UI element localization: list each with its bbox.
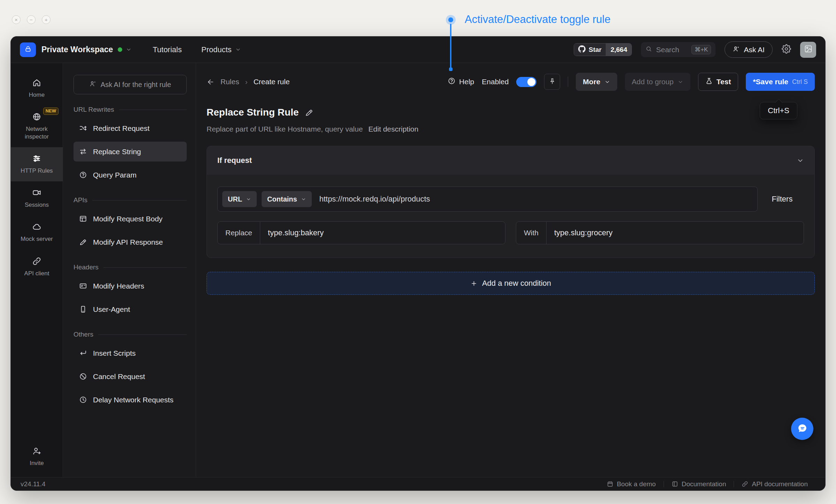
chevron-down-icon (301, 197, 306, 202)
chevron-down-icon (235, 47, 241, 53)
chat-support-button[interactable] (791, 418, 813, 440)
app-version: v24.11.4 (21, 480, 45, 488)
source-condition-row: URL Contains https: (217, 187, 758, 212)
new-badge: NEW (43, 108, 59, 115)
plus-icon (470, 280, 478, 287)
replace-input[interactable]: type.slug:bakery (260, 228, 331, 237)
rule-type-cancel-request[interactable]: Cancel Request (73, 367, 187, 386)
toggle-knob (527, 78, 535, 86)
breadcrumb-current: Create rule (254, 78, 290, 86)
back-arrow-icon[interactable] (207, 78, 215, 86)
sidebar-item-invite[interactable]: Invite (11, 440, 63, 474)
breadcrumb-rules[interactable]: Rules (220, 78, 239, 86)
section-url-rewrites: URL Rewrites (73, 106, 187, 113)
calendar-icon (607, 481, 613, 487)
source-url-input[interactable]: https://mock.redq.io/api/products (319, 195, 430, 204)
sidebar-item-mock-server[interactable]: Mock server (11, 215, 63, 250)
annotation-pointer-line (450, 24, 451, 69)
lock-icon (24, 45, 32, 54)
rule-type-query-param[interactable]: Query Param (73, 165, 187, 185)
edit-title-icon[interactable] (305, 108, 314, 117)
pencil-icon (79, 238, 87, 246)
breadcrumb-separator: › (245, 78, 248, 86)
ask-ai-rule-button[interactable]: Ask AI for the right rule (73, 75, 187, 94)
source-key-dropdown[interactable]: URL (222, 191, 257, 207)
sidebar-item-http-rules[interactable]: HTTP Rules (11, 147, 63, 181)
pin-rule-button[interactable] (544, 74, 560, 90)
sidebar-item-network-inspector[interactable]: NEW Network inspector (11, 105, 63, 147)
documentation-link[interactable]: Documentation (664, 480, 734, 488)
save-rule-button[interactable]: *Save rule Ctrl S (746, 73, 815, 91)
block-icon (79, 372, 87, 380)
rule-enabled-toggle[interactable] (516, 77, 536, 87)
book-a-demo-link[interactable]: Book a demo (599, 480, 664, 488)
nav-tutorials[interactable]: Tutorials (153, 45, 182, 54)
add-condition-button[interactable]: Add a new condition (207, 272, 815, 295)
rule-type-modify-request-body[interactable]: Modify Request Body (73, 209, 187, 229)
rule-type-delay-network-requests[interactable]: Delay Network Requests (73, 390, 187, 410)
search-input[interactable]: Search ⌘+K (641, 42, 715, 57)
question-circle-icon (79, 171, 87, 179)
app-window: Private Workspace Tutorials Products (10, 36, 826, 491)
chevron-down-icon (678, 79, 683, 85)
chevron-down-icon (246, 197, 251, 202)
rule-type-modify-headers[interactable]: Modify Headers (73, 276, 187, 296)
annotation-pointer-tip (449, 68, 452, 71)
avatar[interactable] (800, 42, 816, 58)
chevron-down-icon[interactable] (797, 157, 804, 164)
settings-button[interactable] (782, 44, 791, 55)
link-icon (32, 257, 41, 266)
api-documentation-link[interactable]: API documentation (734, 480, 815, 488)
rule-type-modify-api-response[interactable]: Modify API Response (73, 232, 187, 252)
ask-ai-button[interactable]: Ask AI (725, 41, 773, 58)
github-star-badge[interactable]: Star 2,664 (574, 43, 632, 56)
main-content: Rules › Create rule Help Enabled (196, 63, 825, 477)
sliders-icon (32, 154, 41, 163)
minimize-window-button[interactable]: − (27, 15, 36, 24)
condition-card-title: If request (217, 156, 252, 165)
condition-card-header[interactable]: If request (207, 146, 814, 175)
chevron-down-icon[interactable] (126, 47, 132, 53)
nav-products[interactable]: Products (201, 45, 241, 54)
with-input[interactable]: type.slug:grocery (547, 228, 620, 237)
test-rule-button[interactable]: Test (698, 73, 738, 91)
rule-type-replace-string[interactable]: Replace String (73, 142, 187, 162)
save-shortcut-hint: Ctrl S (792, 78, 808, 86)
operator-dropdown[interactable]: Contains (262, 191, 312, 207)
chat-bubble-icon (797, 423, 808, 435)
workspace-lock-button[interactable] (20, 42, 36, 57)
more-button[interactable]: More (576, 73, 617, 91)
chevron-down-icon (604, 79, 610, 85)
github-star-count: 2,664 (606, 44, 632, 56)
close-window-button[interactable]: × (12, 15, 21, 24)
edit-description-link[interactable]: Edit description (369, 125, 419, 133)
search-placeholder: Search (656, 46, 679, 54)
rule-types-sidebar: Ask AI for the right rule URL Rewrites R… (63, 63, 196, 477)
pin-icon (549, 78, 556, 86)
section-headers: Headers (73, 263, 187, 271)
ask-ai-icon (89, 80, 96, 89)
zoom-window-button[interactable]: + (42, 15, 51, 24)
rule-toolbar: Rules › Create rule Help Enabled (207, 72, 815, 92)
flask-icon (705, 77, 713, 86)
breadcrumb: Rules › Create rule (207, 78, 290, 86)
rule-type-user-agent[interactable]: User-Agent (73, 299, 187, 319)
with-label: With (516, 222, 547, 244)
workspace-name[interactable]: Private Workspace (41, 45, 113, 54)
sidebar-item-sessions[interactable]: Sessions (11, 181, 63, 215)
rule-type-redirect-request[interactable]: Redirect Request (73, 118, 187, 138)
toolbar-divider (568, 77, 568, 87)
replace-label: Replace (218, 222, 260, 244)
sidebar-item-home[interactable]: Home (11, 71, 63, 105)
swap-arrows-icon (79, 148, 87, 156)
condition-card: If request URL (207, 146, 815, 258)
camera-icon (32, 188, 41, 197)
add-to-group-button[interactable]: Add to group (625, 73, 690, 91)
sidebar-item-api-client[interactable]: API client (11, 250, 63, 284)
window-controls: × − + (12, 15, 51, 24)
filters-button[interactable]: Filters (760, 195, 804, 204)
rule-type-insert-scripts[interactable]: Insert Scripts (73, 343, 187, 363)
return-arrow-icon (79, 349, 87, 357)
gear-icon (782, 44, 791, 55)
help-button[interactable]: Help (448, 77, 474, 87)
